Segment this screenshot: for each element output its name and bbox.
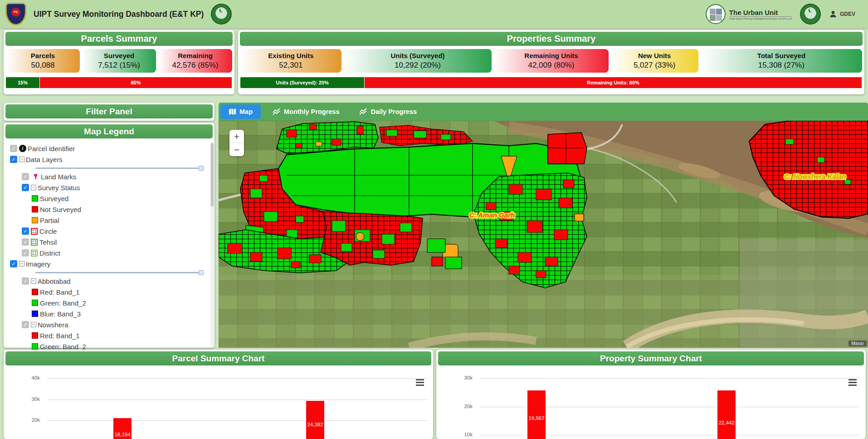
user-icon	[829, 10, 837, 18]
card-value: 42,009 (80%)	[494, 61, 608, 70]
tab-label: Daily Progress	[371, 108, 417, 115]
card-value: 10,292 (20%)	[344, 61, 492, 70]
zoom-out-button[interactable]: −	[229, 143, 244, 156]
legend-item-red-band-1: Red: Band_1	[4, 330, 215, 341]
pe-shield-logo: PE	[5, 3, 26, 25]
urban-unit-puzzle-icon	[706, 4, 726, 24]
chart-gridline	[47, 378, 427, 379]
map-icon	[229, 108, 236, 115]
legend-item-circle: ✓Circle	[4, 226, 215, 237]
legend-item-survey-status: ✓−Survey Status	[4, 182, 215, 193]
parcel-summary-chart-panel: Parcel Summary Chart 40k30k20k18,19424,3…	[4, 350, 433, 439]
map-zoom-control: + −	[229, 130, 244, 156]
layer-checkbox[interactable]: ✓	[22, 321, 29, 328]
legend-item-label: Data Layers	[26, 156, 63, 163]
card-label: Remaining Units	[494, 52, 608, 59]
info-icon: i	[19, 145, 26, 152]
card-label: New Units	[611, 52, 698, 59]
chart-menu-icon[interactable]	[848, 379, 857, 387]
tab-label: Map	[239, 108, 253, 115]
landmark-pin-icon	[33, 173, 38, 180]
circle-boundary-icon	[31, 228, 38, 235]
urban-unit-tagline: Urban Sector Planning & Management Servi…	[729, 16, 792, 20]
summary-card: Existing Units52,301	[240, 49, 341, 73]
property-chart-title: Property Summary Chart	[438, 351, 864, 365]
tab-daily-progress[interactable]: Daily Progress	[351, 104, 425, 119]
legend-item-label: Partial	[40, 217, 59, 224]
card-label: Parcels	[6, 52, 80, 59]
card-value: 50,088	[6, 61, 80, 70]
layer-checkbox[interactable]: ✓	[10, 156, 17, 163]
zoom-in-button[interactable]: +	[229, 130, 244, 143]
user-label: GDEV	[840, 11, 855, 17]
bar-data-label: 19,567	[525, 415, 548, 421]
summary-card: Units (Surveyed)10,292 (20%)	[344, 49, 492, 73]
legend-item-label: Imagery	[26, 260, 50, 268]
legend-item-parcel-identifier: ✓iParcel Identifier	[4, 143, 215, 154]
legend-item-blue-band-3: Blue: Band_3	[4, 308, 215, 319]
color-swatch	[32, 195, 38, 202]
progress-segment: 15%	[6, 77, 40, 88]
chart-gridline	[480, 378, 859, 379]
layer-opacity-slider[interactable]	[35, 168, 203, 169]
tab-map[interactable]: Map	[220, 104, 261, 119]
collapse-toggle-icon[interactable]: −	[19, 157, 24, 162]
progress-segment: Remaining Units: 80%	[365, 77, 862, 88]
legend-scrollbar[interactable]	[210, 142, 214, 347]
color-swatch	[32, 343, 38, 350]
collapse-toggle-icon[interactable]: −	[31, 278, 36, 284]
legend-item-label: Tehsil	[39, 238, 57, 246]
card-label: Remaining	[158, 52, 232, 59]
layer-checkbox[interactable]: ✓	[22, 249, 29, 256]
card-label: Total Surveyed	[701, 52, 862, 59]
layer-checkbox[interactable]: ✓	[10, 260, 17, 267]
tab-monthly-progress[interactable]: Monthly Progress	[264, 104, 347, 119]
legend-item-green-band-2: Green: Band_2	[4, 341, 215, 350]
trend-icon	[359, 108, 367, 115]
legend-item-label: Parcel Identifier	[28, 145, 75, 153]
card-value: 52,301	[240, 61, 341, 70]
map-attribution: Maxar	[848, 340, 867, 346]
tehsil-boundary-icon	[31, 239, 38, 246]
parcels-progress-bar: 15%85%	[6, 77, 232, 88]
slider-handle[interactable]	[199, 166, 204, 171]
card-value: 5,027 (33%)	[611, 61, 698, 70]
legend-item-label: Survey Status	[38, 184, 80, 192]
property-summary-chart-panel: Property Summary Chart 30k20k10k19,56722…	[436, 350, 866, 439]
layer-checkbox[interactable]: ✓	[22, 173, 29, 180]
properties-progress-bar: Units (Surveyed): 20%Remaining Units: 80…	[240, 77, 862, 88]
collapse-toggle-icon[interactable]: −	[31, 322, 36, 327]
properties-summary-title: Properties Summary	[240, 32, 863, 46]
legend-item-district: ✓District	[4, 247, 215, 258]
layer-checkbox[interactable]: ✓	[22, 184, 29, 191]
collapse-toggle-icon[interactable]: −	[19, 261, 24, 266]
layer-opacity-slider[interactable]	[35, 272, 203, 273]
collapse-toggle-icon[interactable]: −	[31, 185, 36, 190]
bar-data-label: 18,194	[111, 432, 134, 437]
chart-bar	[527, 390, 546, 439]
card-value: 7,512 (15%)	[82, 61, 156, 70]
layer-checkbox[interactable]: ✓	[22, 227, 29, 235]
chart-menu-icon[interactable]	[416, 379, 424, 387]
trend-icon	[273, 108, 281, 115]
layer-checkbox[interactable]: ✓	[10, 145, 17, 152]
user-menu[interactable]: GDEV	[829, 10, 855, 18]
parcel-chart-title: Parcel Summary Chart	[5, 351, 431, 365]
y-axis-tick-label: 20k	[10, 417, 40, 423]
legend-item-label: Land Marks	[41, 173, 76, 181]
layer-checkbox[interactable]: ✓	[22, 277, 29, 285]
summary-card: Total Surveyed15,308 (27%)	[701, 49, 862, 73]
color-swatch	[32, 332, 38, 339]
filter-panel-title[interactable]: Filter Panel	[5, 104, 213, 118]
slider-handle[interactable]	[199, 270, 204, 275]
urban-unit-name: The Urban Unit	[729, 9, 792, 16]
color-swatch	[32, 311, 38, 317]
legend-item-red-band-1: Red: Band_1	[4, 286, 215, 297]
legend-item-nowshera: ✓−Nowshera	[4, 319, 215, 330]
district-boundary-icon	[31, 250, 38, 256]
legend-item-land-marks: ✓Land Marks	[4, 171, 215, 182]
layer-checkbox[interactable]: ✓	[22, 238, 29, 246]
kp-government-emblem	[211, 4, 232, 25]
y-axis-tick-label: 30k	[443, 375, 473, 380]
map-canvas[interactable]: + − Maxar	[219, 121, 868, 348]
